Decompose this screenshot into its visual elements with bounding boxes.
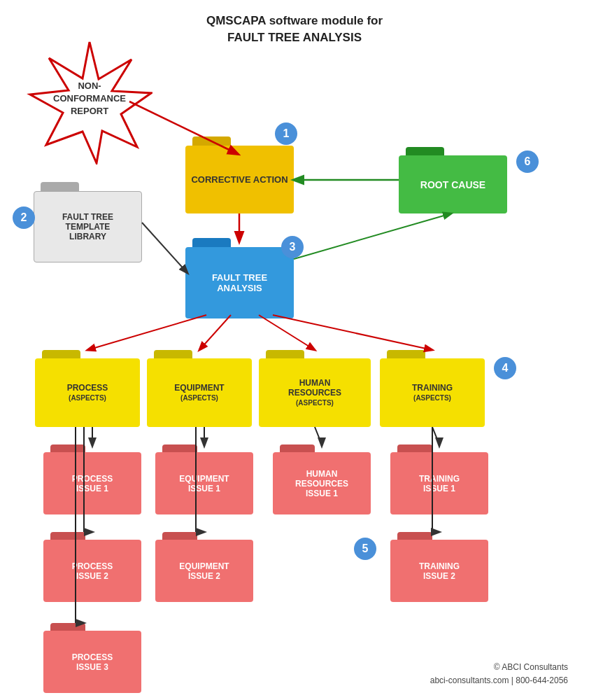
svg-line-2 [142,223,187,273]
process-folder: PROCESS(ASPECTS) [35,350,140,427]
hr-issue-1-folder: HUMANRESOURCESISSUE 1 [273,444,371,514]
process-issue-1-folder: PROCESSISSUE 1 [43,444,141,514]
svg-line-4 [294,214,451,259]
human-resources-folder: HUMANRESOURCES(ASPECTS) [259,350,371,427]
training-issue-1-folder: TRAININGISSUE 1 [390,444,488,514]
svg-text:CONFORMANCE: CONFORMANCE [53,93,126,104]
equipment-issue-1-folder: EQUIPMENTISSUE 1 [155,444,253,514]
fault-tree-analysis-folder: FAULT TREEANALYSIS [185,238,294,318]
svg-line-7 [259,315,315,350]
badge-5: 5 [354,538,376,560]
process-issue-3-folder: PROCESSISSUE 3 [43,623,141,693]
training-issue-2-folder: TRAININGISSUE 2 [390,532,488,602]
equipment-issue-2-folder: EQUIPMENTISSUE 2 [155,532,253,602]
root-cause-folder: ROOT CAUSE [399,147,507,214]
svg-line-6 [199,315,231,350]
corrective-action-folder: CORRECTIVE ACTION [185,136,294,214]
svg-text:NON-: NON- [78,80,101,91]
svg-text:REPORT: REPORT [71,106,108,116]
svg-line-15 [432,427,439,444]
training-folder: TRAINING(ASPECTS) [380,350,485,427]
badge-3: 3 [281,236,304,258]
footer-line2: abci-consultants.com | 800-644-2056 [430,674,568,687]
svg-line-8 [273,315,432,350]
badge-2: 2 [13,206,35,229]
badge-1: 1 [275,122,297,145]
non-conformance-starburst: NON- CONFORMANCE REPORT [27,38,152,164]
fault-tree-template-library-folder: FAULT TREETEMPLATELIBRARY [34,182,142,262]
svg-line-5 [87,315,206,350]
svg-line-14 [315,427,322,444]
process-issue-2-folder: PROCESSISSUE 2 [43,532,141,602]
equipment-folder: EQUIPMENT(ASPECTS) [147,350,252,427]
badge-6: 6 [516,150,539,173]
footer: © ABCI Consultants abci-consultants.com … [430,661,568,687]
footer-line1: © ABCI Consultants [430,661,568,674]
badge-4: 4 [494,357,516,379]
